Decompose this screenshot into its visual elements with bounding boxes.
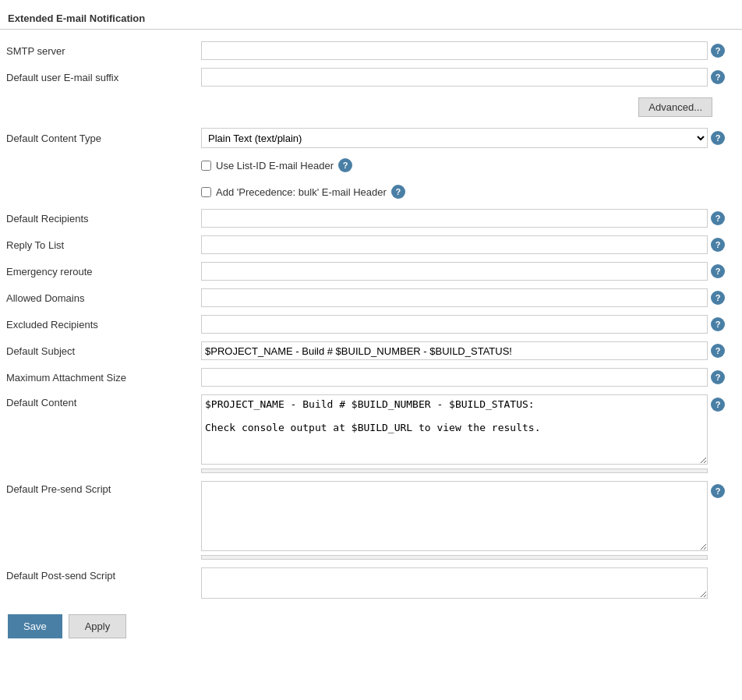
advanced-row: Advanced... bbox=[0, 90, 742, 124]
reply-to-list-input[interactable] bbox=[201, 235, 708, 254]
add-precedence-checkbox-row: Add 'Precedence: bulk' E-mail Header ? bbox=[201, 182, 736, 201]
reply-to-list-row: Reply To List ? bbox=[0, 232, 742, 258]
reply-to-list-help-icon[interactable]: ? bbox=[711, 238, 725, 252]
presend-script-help-icon[interactable]: ? bbox=[711, 484, 725, 498]
add-precedence-checkbox[interactable] bbox=[201, 187, 211, 197]
advanced-button-container: Advanced... bbox=[201, 94, 736, 120]
max-attachment-size-label: Maximum Attachment Size bbox=[0, 364, 195, 391]
smtp-server-input[interactable] bbox=[201, 41, 708, 60]
use-list-id-checkbox[interactable] bbox=[201, 161, 211, 171]
page-container: Extended E-mail Notification SMTP server… bbox=[0, 0, 742, 700]
apply-button[interactable]: Apply bbox=[69, 614, 127, 638]
save-button[interactable]: Save bbox=[8, 614, 62, 638]
postsend-script-label: Default Post-send Script bbox=[0, 564, 195, 603]
default-recipients-help-icon[interactable]: ? bbox=[711, 211, 725, 225]
email-suffix-input[interactable] bbox=[201, 68, 708, 87]
content-type-label: Default Content Type bbox=[0, 124, 195, 152]
add-precedence-label: Add 'Precedence: bulk' E-mail Header bbox=[216, 186, 387, 198]
button-row: Save Apply bbox=[0, 603, 742, 650]
default-recipients-row: Default Recipients ? bbox=[0, 205, 742, 232]
default-subject-help-icon[interactable]: ? bbox=[711, 344, 725, 358]
form-table: SMTP server ? Default user E-mail suffix… bbox=[0, 37, 742, 603]
allowed-domains-help-icon[interactable]: ? bbox=[711, 291, 725, 305]
postsend-script-row: Default Post-send Script bbox=[0, 564, 742, 603]
content-type-row: Default Content Type Plain Text (text/pl… bbox=[0, 124, 742, 152]
default-subject-row: Default Subject ? bbox=[0, 338, 742, 364]
default-subject-label: Default Subject bbox=[0, 338, 195, 364]
presend-script-textarea[interactable] bbox=[201, 481, 708, 551]
email-suffix-input-row: ? bbox=[201, 68, 736, 87]
excluded-recipients-row: Excluded Recipients ? bbox=[0, 311, 742, 338]
use-list-id-row: Use List-ID E-mail Header ? bbox=[0, 152, 742, 179]
add-precedence-row: Add 'Precedence: bulk' E-mail Header ? bbox=[0, 179, 742, 205]
allowed-domains-input[interactable] bbox=[201, 288, 708, 307]
email-suffix-input-cell: ? bbox=[195, 64, 742, 90]
presend-script-label: Default Pre-send Script bbox=[0, 477, 195, 564]
content-type-select[interactable]: Plain Text (text/plain) HTML (text/html) bbox=[201, 128, 708, 148]
advanced-button[interactable]: Advanced... bbox=[638, 97, 712, 117]
content-type-input-cell: Plain Text (text/plain) HTML (text/html)… bbox=[195, 124, 742, 152]
smtp-server-input-row: ? bbox=[201, 41, 736, 60]
content-type-help-icon[interactable]: ? bbox=[711, 131, 725, 145]
default-content-row: Default Content $PROJECT_NAME - Build # … bbox=[0, 391, 742, 477]
add-precedence-help-icon[interactable]: ? bbox=[391, 185, 405, 199]
smtp-server-row: SMTP server ? bbox=[0, 37, 742, 64]
email-suffix-label: Default user E-mail suffix bbox=[0, 64, 195, 90]
max-attachment-size-help-icon[interactable]: ? bbox=[711, 370, 725, 384]
emergency-reroute-label: Emergency reroute bbox=[0, 258, 195, 285]
email-suffix-help-icon[interactable]: ? bbox=[711, 70, 725, 84]
default-recipients-input[interactable] bbox=[201, 209, 708, 228]
default-content-label: Default Content bbox=[0, 391, 195, 477]
emergency-reroute-row: Emergency reroute ? bbox=[0, 258, 742, 285]
presend-script-scrollbar bbox=[201, 555, 708, 560]
default-content-help-icon[interactable]: ? bbox=[711, 398, 725, 412]
default-subject-input[interactable] bbox=[201, 341, 708, 360]
allowed-domains-row: Allowed Domains ? bbox=[0, 285, 742, 311]
presend-script-row: Default Pre-send Script ? bbox=[0, 477, 742, 564]
excluded-recipients-input[interactable] bbox=[201, 315, 708, 334]
reply-to-list-label: Reply To List bbox=[0, 232, 195, 258]
smtp-server-help-icon[interactable]: ? bbox=[711, 44, 725, 58]
max-attachment-size-row: Maximum Attachment Size ? bbox=[0, 364, 742, 391]
content-type-input-row: Plain Text (text/plain) HTML (text/html)… bbox=[201, 128, 736, 148]
default-content-textarea[interactable]: $PROJECT_NAME - Build # $BUILD_NUMBER - … bbox=[201, 394, 708, 465]
section-title: Extended E-mail Notification bbox=[0, 8, 742, 30]
use-list-id-checkbox-row: Use List-ID E-mail Header ? bbox=[201, 156, 736, 175]
emergency-reroute-help-icon[interactable]: ? bbox=[711, 264, 725, 278]
excluded-recipients-help-icon[interactable]: ? bbox=[711, 317, 725, 331]
email-suffix-row: Default user E-mail suffix ? bbox=[0, 64, 742, 90]
smtp-server-input-cell: ? bbox=[195, 37, 742, 64]
postsend-script-textarea[interactable] bbox=[201, 567, 708, 599]
excluded-recipients-label: Excluded Recipients bbox=[0, 311, 195, 338]
smtp-server-label: SMTP server bbox=[0, 37, 195, 64]
presend-script-wrapper bbox=[201, 481, 708, 560]
default-content-scrollbar bbox=[201, 468, 708, 473]
max-attachment-size-input[interactable] bbox=[201, 368, 708, 387]
emergency-reroute-input[interactable] bbox=[201, 262, 708, 281]
allowed-domains-label: Allowed Domains bbox=[0, 285, 195, 311]
use-list-id-help-icon[interactable]: ? bbox=[338, 158, 352, 172]
use-list-id-label: Use List-ID E-mail Header bbox=[216, 160, 334, 171]
default-content-wrapper: $PROJECT_NAME - Build # $BUILD_NUMBER - … bbox=[201, 394, 708, 473]
default-recipients-label: Default Recipients bbox=[0, 205, 195, 232]
